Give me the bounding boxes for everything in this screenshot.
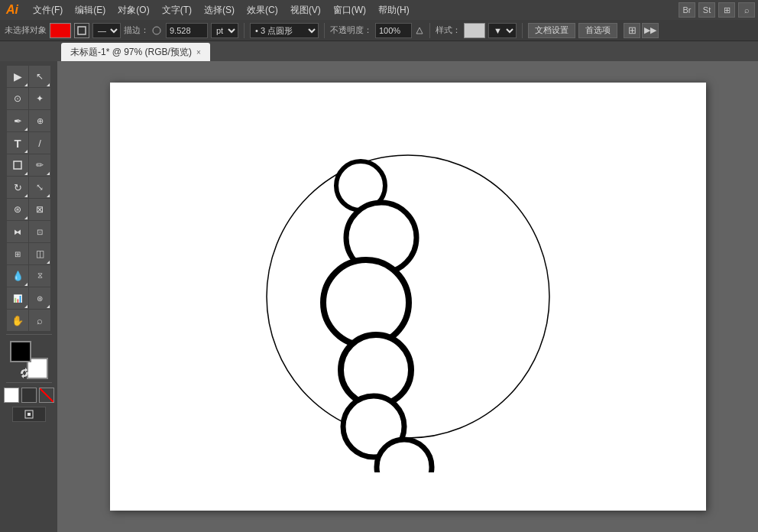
menu-edit[interactable]: 编辑(E) — [70, 2, 111, 18]
svg-marker-2 — [416, 28, 423, 34]
stroke-shape-swatch[interactable] — [74, 23, 89, 38]
app-logo: Ai — [3, 3, 21, 17]
style-swatch[interactable] — [464, 23, 485, 38]
options-bar: 未选择对象 — 描边： pt • 3 点圆形 不透明度： 样式： ▼ 文档设置 … — [0, 20, 758, 41]
artwork-svg — [263, 121, 553, 472]
shape-builder-tool[interactable]: ⧓ — [7, 221, 28, 242]
lasso-tool[interactable]: ⊙ — [7, 88, 28, 109]
stock-icon[interactable]: St — [698, 2, 715, 18]
tab-label: 未标题-1* @ 97% (RGB/预览) — [70, 46, 192, 59]
pen-tool[interactable]: ✒ — [7, 110, 28, 131]
tab-close-button[interactable]: × — [196, 48, 201, 57]
foreground-color-swatch[interactable] — [10, 341, 31, 362]
free-transform-tool[interactable]: ⊠ — [29, 199, 50, 220]
artboard — [110, 83, 706, 511]
main-area: ▶ ↖ ⊙ ✦ ✒ ⊕ T / ✏ ↻ ⤡ ⊛ ⊠ ⧓ ⊡ — [0, 61, 758, 532]
menu-file[interactable]: 文件(F) — [28, 2, 68, 18]
stroke-color-swatch[interactable] — [50, 23, 71, 38]
chart-tool[interactable]: 📊 — [7, 287, 28, 309]
arrange-icon[interactable]: ⊞ — [624, 23, 640, 38]
stroke-unit-select[interactable]: pt — [211, 23, 238, 38]
menu-text[interactable]: 文字(T) — [157, 2, 197, 18]
menu-bar: Ai 文件(F) 编辑(E) 对象(O) 文字(T) 选择(S) 效果(C) 视… — [0, 0, 758, 20]
blend-tool[interactable]: ⧖ — [29, 265, 50, 287]
small-circle-6 — [377, 440, 432, 472]
color-swatches — [10, 341, 48, 379]
stroke-label: 描边： — [124, 24, 149, 36]
perspective-tool[interactable]: ⊡ — [29, 221, 50, 242]
zoom-tool[interactable]: ⌕ — [29, 310, 50, 331]
magic-wand-tool[interactable]: ✦ — [29, 88, 50, 109]
doc-settings-button[interactable]: 文档设置 — [528, 23, 575, 38]
anchor-tool[interactable]: ⊕ — [29, 110, 50, 131]
swap-colors-icon[interactable] — [19, 368, 30, 378]
screen-mode-button[interactable] — [12, 407, 46, 422]
rotate-tool[interactable]: ↻ — [7, 177, 28, 198]
symbol-tool[interactable]: ⊛ — [29, 287, 50, 309]
eyedrop-tool[interactable]: 💧 — [7, 265, 28, 287]
style-label: 样式： — [436, 24, 461, 36]
white-swatch[interactable] — [4, 388, 19, 403]
points-select[interactable]: • 3 点圆形 — [250, 23, 319, 38]
svg-rect-5 — [28, 413, 31, 416]
hand-tool[interactable]: ✋ — [7, 310, 28, 331]
line-tool[interactable]: / — [29, 132, 50, 154]
svg-rect-0 — [78, 27, 86, 34]
menu-view[interactable]: 视图(V) — [285, 2, 326, 18]
stroke-value-input[interactable] — [166, 23, 208, 38]
small-circle-3 — [323, 260, 409, 345]
menu-object[interactable]: 对象(O) — [112, 2, 154, 18]
preferences-button[interactable]: 首选项 — [578, 23, 617, 38]
workspace-icon[interactable]: ⊞ — [718, 2, 735, 18]
warp-tool[interactable]: ⊛ — [7, 199, 28, 220]
menu-right-icons: Br St ⊞ ⌕ — [679, 2, 755, 18]
menu-effect[interactable]: 效果(C) — [241, 2, 283, 18]
scale-tool[interactable]: ⤡ — [29, 177, 50, 198]
menu-select[interactable]: 选择(S) — [199, 2, 240, 18]
mesh-tool[interactable]: ⊞ — [7, 243, 28, 264]
direct-select-tool[interactable]: ↖ — [29, 66, 50, 87]
menu-window[interactable]: 窗口(W) — [328, 2, 371, 18]
svg-point-1 — [153, 27, 160, 34]
stroke-style-select[interactable]: — — [92, 23, 121, 38]
tab-bar: 未标题-1* @ 97% (RGB/预览) × — [0, 41, 758, 61]
svg-rect-3 — [14, 161, 21, 169]
gray-swatch[interactable] — [21, 388, 37, 403]
select-tool[interactable]: ▶ — [7, 66, 28, 87]
canvas-area — [57, 61, 758, 532]
gradient-tool[interactable]: ◫ — [29, 243, 50, 264]
search-icon[interactable]: ⌕ — [738, 2, 755, 18]
more-icon[interactable]: ▶▶ — [642, 23, 659, 38]
none-swatch[interactable] — [39, 388, 54, 403]
shape-tool[interactable] — [7, 154, 28, 176]
toolbar: ▶ ↖ ⊙ ✦ ✒ ⊕ T / ✏ ↻ ⤡ ⊛ ⊠ ⧓ ⊡ — [0, 61, 57, 532]
style-select[interactable]: ▼ — [488, 23, 517, 38]
pencil-tool[interactable]: ✏ — [29, 154, 50, 176]
text-tool[interactable]: T — [7, 132, 28, 154]
menu-help[interactable]: 帮助(H) — [373, 2, 415, 18]
transparency-input[interactable] — [375, 23, 412, 38]
no-selection-label: 未选择对象 — [5, 24, 47, 36]
document-tab[interactable]: 未标题-1* @ 97% (RGB/预览) × — [61, 43, 210, 61]
bridge-icon[interactable]: Br — [679, 2, 695, 18]
transparency-label: 不透明度： — [330, 24, 372, 36]
